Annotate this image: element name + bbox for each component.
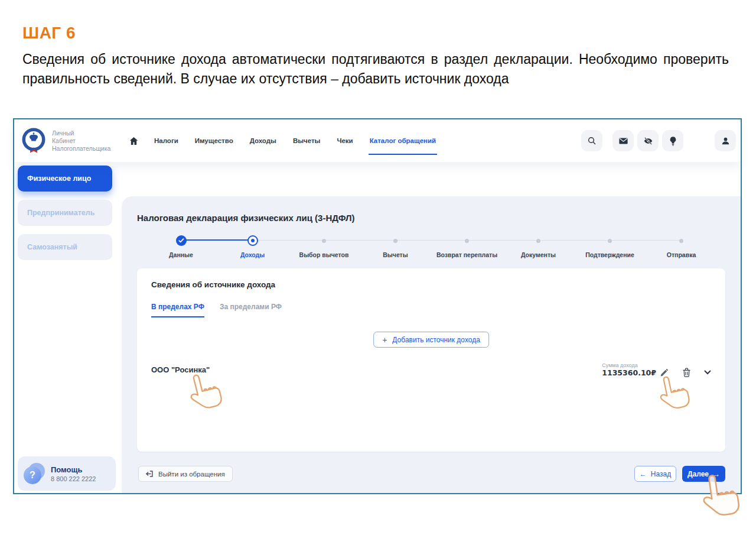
brand-line-1: Личный xyxy=(52,129,110,137)
step-overpayment-refund[interactable]: Возврат переплаты xyxy=(431,235,503,258)
nav-item-requests-catalog[interactable]: Каталог обращений xyxy=(369,119,437,162)
tutorial-description: Сведения об источнике дохода автоматичес… xyxy=(22,50,729,89)
app-header: Личный Кабинет Налогоплательщика Налоги … xyxy=(14,119,741,162)
exit-request-label: Выйти из обращения xyxy=(158,471,225,478)
next-label: Далее xyxy=(687,470,709,478)
sidebar-item-individual[interactable]: Физическое лицо xyxy=(18,166,112,192)
back-label: Назад xyxy=(651,470,671,478)
tutorial-step-title: ШАГ 6 xyxy=(22,24,76,43)
step-todo-dot xyxy=(322,239,326,243)
back-button[interactable]: ← Назад xyxy=(634,466,676,482)
add-income-source-label: Добавить источник дохода xyxy=(392,336,480,344)
nav-item-receipts[interactable]: Чеки xyxy=(335,119,354,162)
tab-inside-rf[interactable]: В пределах РФ xyxy=(151,303,204,317)
step-todo-dot xyxy=(608,239,612,243)
fns-emblem-logo xyxy=(21,127,46,154)
mail-icon[interactable] xyxy=(612,130,634,151)
income-amount-label: Сумма дохода xyxy=(602,362,637,368)
brand: Личный Кабинет Налогоплательщика xyxy=(21,127,110,154)
edit-pencil-icon[interactable] xyxy=(660,369,668,377)
main-panel: Налоговая декларация физических лиц (3-Н… xyxy=(122,196,741,493)
nav-item-property[interactable]: Имущество xyxy=(194,119,234,162)
help-phone: 8 800 222 2222 xyxy=(51,475,96,482)
help-text: Помощь 8 800 222 2222 xyxy=(51,465,96,482)
plus-icon: + xyxy=(382,335,387,345)
page-title: Налоговая декларация физических лиц (3-Н… xyxy=(137,213,354,223)
step-current-icon xyxy=(247,235,258,246)
step-incomes[interactable]: Доходы xyxy=(217,235,288,258)
card-title: Сведения об источнике дохода xyxy=(151,280,275,289)
step-sending[interactable]: Отправка xyxy=(646,235,717,258)
arrow-left-icon: ← xyxy=(640,470,647,478)
header-icons xyxy=(581,130,736,151)
step-todo-dot xyxy=(536,239,540,243)
income-source-name[interactable]: ООО "Росинка" xyxy=(151,365,210,374)
question-icon: ? xyxy=(24,463,45,484)
add-income-source-button[interactable]: + Добавить источник дохода xyxy=(373,332,489,348)
sidebar-item-self-employed[interactable]: Самозанятый xyxy=(18,234,112,260)
step-deduction-choice[interactable]: Выбор вычетов xyxy=(288,235,360,258)
lightbulb-icon[interactable] xyxy=(662,130,683,151)
help-title: Помощь xyxy=(51,465,96,474)
main-nav: Налоги Имущество Доходы Вычеты Чеки Ката… xyxy=(129,119,451,162)
next-button[interactable]: Далее → xyxy=(682,466,725,482)
income-source-card: Сведения об источнике дохода В пределах … xyxy=(137,268,725,452)
chevron-down-icon[interactable] xyxy=(704,370,711,375)
app-screenshot-frame: Личный Кабинет Налогоплательщика Налоги … xyxy=(13,118,742,494)
step-todo-dot xyxy=(465,239,469,243)
brand-line-3: Налогоплательщика xyxy=(52,145,110,153)
brand-title: Личный Кабинет Налогоплательщика xyxy=(52,129,110,153)
nav-item-deductions[interactable]: Вычеты xyxy=(292,119,322,162)
tab-outside-rf[interactable]: За пределами РФ xyxy=(220,303,282,317)
arrow-right-icon: → xyxy=(713,470,720,478)
step-deductions[interactable]: Вычеты xyxy=(360,235,431,258)
page: ШАГ 6 Сведения об источнике дохода автом… xyxy=(0,0,756,535)
sidebar: Физическое лицо Предприниматель Самозаня… xyxy=(14,162,122,493)
notifications-off-icon[interactable] xyxy=(637,130,659,151)
home-icon[interactable] xyxy=(129,136,139,146)
help-card[interactable]: ? Помощь 8 800 222 2222 xyxy=(18,456,116,491)
search-icon[interactable] xyxy=(581,130,602,151)
income-amount-block: Сумма дохода 1135360.10₽ xyxy=(602,362,656,377)
delete-trash-icon[interactable] xyxy=(682,368,691,377)
exit-icon xyxy=(146,471,154,477)
declaration-stepper: Данные Доходы Выбор вычетов Вычеты xyxy=(145,235,717,258)
brand-line-2: Кабинет xyxy=(52,137,110,145)
step-todo-dot xyxy=(679,239,683,243)
nav-item-incomes[interactable]: Доходы xyxy=(249,119,278,162)
income-amount-value: 1135360.10₽ xyxy=(602,368,656,377)
step-documents[interactable]: Документы xyxy=(503,235,574,258)
step-todo-dot xyxy=(393,239,397,243)
exit-request-button[interactable]: Выйти из обращения xyxy=(138,466,233,482)
nav-item-taxes[interactable]: Налоги xyxy=(153,119,180,162)
sidebar-item-entrepreneur[interactable]: Предприниматель xyxy=(18,200,112,226)
step-confirmation[interactable]: Подтверждение xyxy=(574,235,646,258)
step-data[interactable]: Данные xyxy=(145,235,217,258)
income-tabs: В пределах РФ За пределами РФ xyxy=(151,303,297,317)
step-done-check-icon xyxy=(176,235,187,246)
profile-icon[interactable] xyxy=(715,130,736,151)
income-source-row: ООО "Росинка" Сумма дохода 1135360.10₽ xyxy=(151,356,711,383)
